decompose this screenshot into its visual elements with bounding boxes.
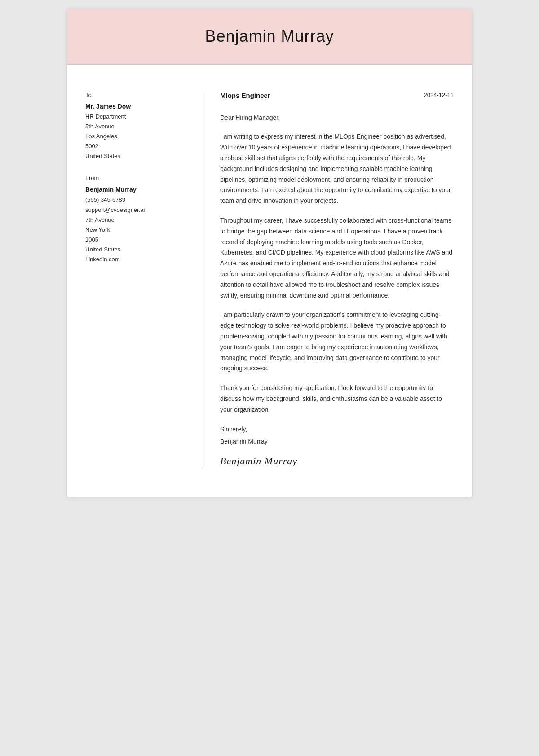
letter-header: Mlops Engineer 2024-12-11 [220,92,454,99]
right-column: Mlops Engineer 2024-12-11 Dear Hiring Ma… [202,92,454,470]
job-title: Mlops Engineer [220,92,270,99]
header: Benjamin Murray [67,9,472,65]
sender-name: Benjamin Murray [85,186,188,193]
letter-paragraph-1: I am writing to express my interest in t… [220,132,454,207]
closing-sender-name: Benjamin Murray [220,436,454,447]
recipient-city: Los Angeles [85,132,188,141]
closing-word: Sincerely, [220,424,454,435]
recipient-name: Mr. James Dow [85,103,188,110]
sender-city: New York [85,225,188,235]
letter-paragraph-3: I am particularly drawn to your organiza… [220,310,454,374]
to-section: To Mr. James Dow HR Department 5th Avenu… [85,92,188,161]
letter-paragraph-4: Thank you for considering my application… [220,383,454,415]
sender-linkedin: Linkedin.com [85,255,188,264]
header-name: Benjamin Murray [94,27,445,46]
sender-phone: (555) 345-6789 [85,195,188,205]
sender-country: United States [85,245,188,255]
letter-paragraph-2: Throughout my career, I have successfull… [220,215,454,301]
left-column: To Mr. James Dow HR Department 5th Avenu… [85,92,202,470]
recipient-zip: 5002 [85,141,188,151]
letter-date: 2024-12-11 [424,92,454,98]
recipient-street: 5th Avenue [85,122,188,132]
sender-email: support@cvdesigner.ai [85,205,188,215]
recipient-department: HR Department [85,112,188,122]
cover-letter-page: Benjamin Murray To Mr. James Dow HR Depa… [67,9,472,497]
sender-zip: 1005 [85,235,188,245]
signature-cursive: Benjamin Murray [220,453,454,469]
closing: Sincerely, Benjamin Murray Benjamin Murr… [220,424,454,470]
from-section: From Benjamin Murray (555) 345-6789 supp… [85,175,188,264]
greeting: Dear Hiring Manager, [220,113,454,123]
sender-street: 7th Avenue [85,215,188,225]
from-label: From [85,175,188,181]
body: To Mr. James Dow HR Department 5th Avenu… [67,65,472,497]
recipient-country: United States [85,151,188,161]
to-label: To [85,92,188,98]
